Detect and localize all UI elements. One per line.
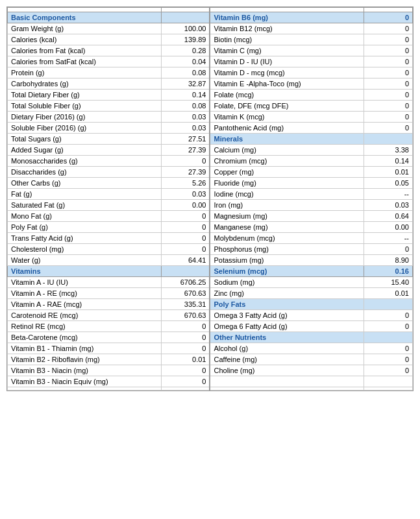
left-nutrient-value: 0 [161,321,210,332]
right-nutrient-name: Vitamin D - mcg (mcg) [210,67,364,78]
right-nutrient-value: 0 [364,34,412,45]
left-nutrient-name: Mono Fat (g) [8,211,162,222]
right-nutrient-name: Magnesium (mg) [210,211,364,222]
left-nutrient-name: Disaccharides (g) [8,167,162,178]
left-nutrient-value [161,266,210,277]
header-nutrients-left [8,8,162,12]
right-nutrient-value: 8.90 [364,255,412,266]
right-nutrient-value: 0 [364,244,412,255]
left-nutrient-name: Other Carbs (g) [8,178,162,189]
left-nutrient-value [161,387,210,391]
right-nutrient-value: 3.38 [364,145,412,156]
left-nutrient-name: Vitamin A - IU (IU) [8,277,162,288]
right-nutrient-name: Vitamin K (mcg) [210,112,364,123]
header-per100g-right [364,8,412,12]
right-nutrient-name: Potassium (mg) [210,255,364,266]
left-nutrient-value: 670.63 [161,288,210,299]
right-nutrient-name: Alcohol (g) [210,343,364,354]
right-nutrient-value: 0 [364,310,412,321]
right-nutrient-value: 0.05 [364,178,412,189]
left-nutrient-value: 0 [161,233,210,244]
right-nutrient-name: Zinc (mg) [210,288,364,299]
header-per100g-left [161,8,210,12]
left-nutrient-value: 0.04 [161,56,210,67]
right-nutrient-value: 0.03 [364,200,412,211]
left-nutrient-name: Carotenoid RE (mcg) [8,310,162,321]
right-nutrient-value: 0.01 [364,167,412,178]
left-nutrient-value: 0.03 [161,112,210,123]
left-nutrient-value: 0 [161,365,210,376]
left-nutrient-value: 0 [161,343,210,354]
right-nutrient-name: Fluoride (mg) [210,178,364,189]
left-nutrient-value: 0.03 [161,189,210,200]
right-nutrient-value: -- [364,189,412,200]
right-nutrient-value: 0.64 [364,211,412,222]
right-nutrient-name: Molybdenum (mcg) [210,233,364,244]
right-nutrient-name: Chromium (mcg) [210,156,364,167]
left-nutrient-value: 27.39 [161,145,210,156]
right-nutrient-name: Manganese (mg) [210,222,364,233]
right-nutrient-value [364,134,412,145]
left-nutrient-name: Vitamin A - RE (mcg) [8,288,162,299]
left-nutrient-name: Vitamin A - RAE (mcg) [8,299,162,310]
right-nutrient-name: Vitamin C (mg) [210,45,364,56]
left-nutrient-value: 0.08 [161,67,210,78]
left-nutrient-value: 0 [161,222,210,233]
left-nutrient-name: Total Soluble Fiber (g) [8,101,162,112]
right-nutrient-name: Biotin (mcg) [210,34,364,45]
right-nutrient-value [364,387,412,391]
left-nutrient-value: 335.31 [161,299,210,310]
right-nutrient-value: 0 [364,78,412,90]
right-nutrient-name: Other Nutrients [210,332,364,343]
left-nutrient-name: Vitamins [8,266,162,277]
left-nutrient-name: Vitamin B3 - Niacin (mg) [8,365,162,376]
left-nutrient-name: Monosaccharides (g) [8,156,162,167]
left-nutrient-value: 100.00 [161,23,210,34]
right-nutrient-value: 15.40 [364,277,412,288]
right-nutrient-value: 0.14 [364,156,412,167]
left-nutrient-name: Beta-Carotene (mcg) [8,332,162,343]
right-nutrient-value: 0.00 [364,222,412,233]
right-nutrient-name: Vitamin B12 (mcg) [210,23,364,34]
left-nutrient-value: 0 [161,156,210,167]
right-nutrient-value: 0 [364,56,412,67]
left-nutrient-name: Carbohydrates (g) [8,78,162,90]
right-nutrient-value: 0 [364,67,412,78]
left-nutrient-name: Water (g) [8,255,162,266]
left-nutrient-value: 27.39 [161,167,210,178]
left-nutrient-value: 139.89 [161,34,210,45]
right-nutrient-name: Omega 6 Fatty Acid (g) [210,321,364,332]
right-nutrient-name: Omega 3 Fatty Acid (g) [210,310,364,321]
left-nutrient-value: 0 [161,376,210,387]
right-nutrient-value: 0 [364,365,412,376]
left-nutrient-value: 0.08 [161,101,210,112]
left-nutrient-value: 0 [161,244,210,255]
left-nutrient-name: Dietary Fiber (2016) (g) [8,112,162,123]
left-nutrient-name: Total Dietary Fiber (g) [8,90,162,101]
right-nutrient-value: -- [364,233,412,244]
left-nutrient-value: 0.14 [161,90,210,101]
left-nutrient-value [161,12,210,23]
right-nutrient-name: Copper (mg) [210,167,364,178]
left-nutrient-value: 32.87 [161,78,210,90]
left-nutrient-value: 0.28 [161,45,210,56]
left-nutrient-value: 5.26 [161,178,210,189]
left-nutrient-name: Fat (g) [8,189,162,200]
left-nutrient-name: Calories from SatFat (kcal) [8,56,162,67]
right-nutrient-name [210,376,364,387]
right-nutrient-name: Pantothenic Acid (mg) [210,123,364,134]
right-nutrient-name [210,387,364,391]
left-nutrient-name: Poly Fat (g) [8,222,162,233]
right-nutrient-name: Phosphorus (mg) [210,244,364,255]
right-nutrient-name: Folate, DFE (mcg DFE) [210,101,364,112]
left-nutrient-value: 27.51 [161,134,210,145]
right-nutrient-value: 0.01 [364,288,412,299]
left-nutrient-value: 64.41 [161,255,210,266]
right-nutrient-name: Vitamin E -Alpha-Toco (mg) [210,78,364,90]
right-nutrient-value: 0 [364,321,412,332]
right-nutrient-value: 0 [364,101,412,112]
left-nutrient-value: 6706.25 [161,277,210,288]
header-nutrients-right [210,8,364,12]
left-nutrient-value: 670.63 [161,310,210,321]
right-nutrient-name: Iron (mg) [210,200,364,211]
